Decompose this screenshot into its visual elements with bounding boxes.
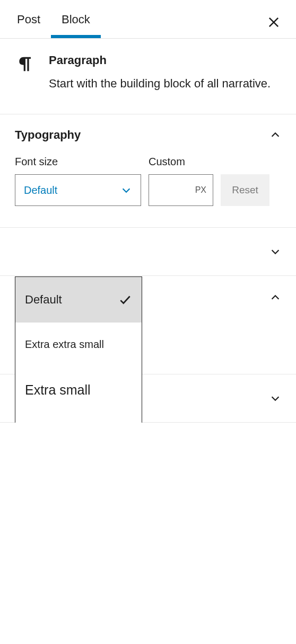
close-button[interactable] [264,13,283,32]
block-inspector-panel: Post Block Paragraph Start with the buil… [0,0,296,423]
chevron-down-icon [269,392,281,404]
reset-button[interactable]: Reset [221,174,269,206]
color-section-header[interactable] [0,228,296,276]
block-description: Paragraph Start with the building block … [0,39,296,114]
unit-label: PX [195,185,206,195]
dropdown-option-xxs[interactable]: Extra extra small [15,323,142,366]
inspector-tabs: Post Block [0,0,296,39]
dropdown-option-s[interactable]: Small [15,414,142,423]
font-size-label: Font size [15,156,141,168]
chevron-down-icon [269,246,281,257]
paragraph-icon [15,53,36,75]
tab-block[interactable]: Block [51,0,101,38]
check-icon [118,293,132,307]
block-title: Paragraph [49,53,271,67]
font-size-row: Font size Default Custom PX Reset [15,156,281,206]
typography-body: Font size Default Custom PX Reset [0,156,296,227]
font-size-dropdown: Default Extra extra small Extra small Sm… [15,276,142,423]
custom-size-label: Custom [149,156,213,168]
block-subtitle: Start with the building block of all nar… [49,75,271,93]
typography-header[interactable]: Typography [0,114,296,156]
close-icon [266,15,281,30]
dropdown-option-xs[interactable]: Extra small [15,366,142,414]
typography-title: Typography [15,128,81,142]
custom-size-input[interactable]: PX [149,174,213,206]
chevron-up-icon [269,292,281,303]
block-description-text: Paragraph Start with the building block … [49,53,271,93]
tab-post[interactable]: Post [6,0,51,38]
font-size-select-value: Default [24,184,57,196]
font-size-select[interactable]: Default [15,174,141,206]
dropdown-option-default[interactable]: Default [15,277,142,323]
chevron-up-icon [269,129,281,141]
chevron-down-icon [120,184,132,196]
typography-section: Typography Font size Default Custom PX [0,114,296,228]
